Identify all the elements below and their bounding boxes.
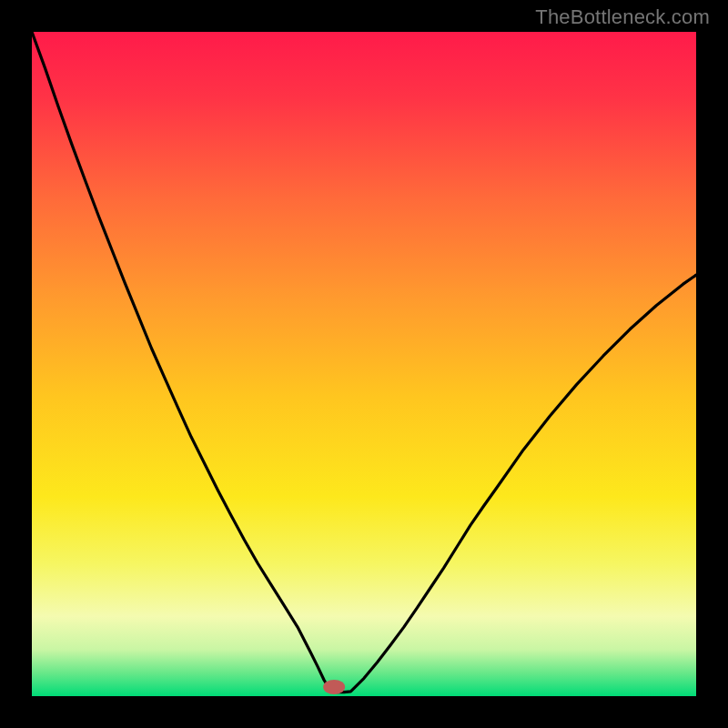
optimal-point-marker	[323, 680, 345, 694]
plot-area	[32, 32, 696, 696]
chart-frame: TheBottleneck.com	[0, 0, 728, 728]
watermark-text: TheBottleneck.com	[535, 5, 710, 29]
bottleneck-chart-svg	[32, 32, 696, 696]
